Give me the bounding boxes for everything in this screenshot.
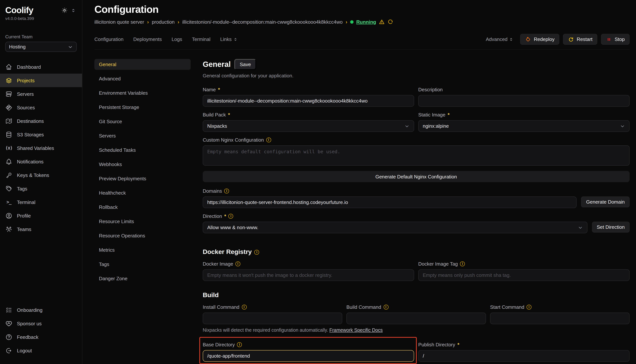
config-nav-preview-deployments[interactable]: Preview Deployments bbox=[94, 173, 191, 184]
config-nav-resource-limits[interactable]: Resource Limits bbox=[94, 216, 191, 227]
custom-nginx-textarea[interactable] bbox=[203, 145, 629, 166]
variable-icon: (x) bbox=[5, 144, 13, 152]
start-command-label: Start Command bbox=[490, 304, 524, 310]
tab-deployments[interactable]: Deployments bbox=[133, 36, 162, 42]
tab-configuration[interactable]: Configuration bbox=[94, 36, 124, 42]
config-nav-rollback[interactable]: Rollback bbox=[94, 202, 191, 212]
breadcrumb-application[interactable]: illicitestonion/-module--decomposition:m… bbox=[182, 19, 343, 24]
config-nav-metrics[interactable]: Metrics bbox=[94, 244, 191, 256]
info-icon: i bbox=[266, 138, 271, 142]
advanced-toggle[interactable]: Advanced bbox=[486, 36, 514, 42]
restart-icon bbox=[568, 36, 574, 42]
config-nav-danger-zone[interactable]: Danger Zone bbox=[94, 273, 191, 284]
config-nav-persistent-storage[interactable]: Persistent Storage bbox=[94, 102, 191, 113]
status-running-link[interactable]: Running bbox=[356, 19, 376, 24]
tab-logs[interactable]: Logs bbox=[171, 36, 182, 42]
docker-image-tag-label: Docker Image Tag bbox=[418, 261, 458, 267]
config-nav-healthcheck[interactable]: Healthcheck bbox=[94, 188, 191, 198]
sidebar-item-logout[interactable]: Logout bbox=[0, 344, 82, 357]
name-label: Name bbox=[203, 87, 216, 92]
sidebar-item-label: Teams bbox=[17, 226, 31, 232]
config-nav-advanced[interactable]: Advanced bbox=[94, 73, 191, 84]
static-image-select[interactable]: nginx:alpine bbox=[418, 120, 629, 132]
sidebar-item-onboarding[interactable]: Onboarding bbox=[0, 303, 82, 317]
sidebar-item-servers[interactable]: Servers bbox=[0, 87, 82, 101]
breadcrumb-environment[interactable]: production bbox=[152, 19, 174, 24]
docker-image-tag-input[interactable] bbox=[418, 269, 629, 281]
start-command-input[interactable] bbox=[490, 312, 629, 324]
config-nav-resource-operations[interactable]: Resource Operations bbox=[94, 230, 191, 241]
direction-value: Allow www & non-www. bbox=[207, 225, 258, 230]
generate-domain-button[interactable]: Generate Domain bbox=[581, 196, 629, 207]
config-nav-scheduled-tasks[interactable]: Scheduled Tasks bbox=[94, 144, 191, 156]
sidebar-item-label: Notifications bbox=[17, 159, 44, 164]
tab-terminal[interactable]: Terminal bbox=[192, 36, 210, 42]
sidebar-item-teams[interactable]: Teams bbox=[0, 222, 82, 236]
tag-icon bbox=[5, 185, 13, 192]
config-nav-webhooks[interactable]: Webhooks bbox=[94, 159, 191, 170]
general-form: General Save General configuration for y… bbox=[203, 59, 629, 364]
theme-sun-icon[interactable] bbox=[61, 7, 68, 14]
config-nav-git-source[interactable]: Git Source bbox=[94, 116, 191, 127]
static-image-value: nginx:alpine bbox=[423, 123, 449, 129]
direction-select[interactable]: Allow www & non-www. bbox=[203, 222, 587, 233]
theme-selector-chevrons-icon[interactable] bbox=[71, 7, 76, 13]
database-icon bbox=[5, 131, 13, 138]
docker-registry-heading: Docker Registry bbox=[203, 248, 252, 256]
redeploy-button[interactable]: Redeploy bbox=[520, 34, 559, 45]
app-logo[interactable]: Coolify bbox=[5, 5, 33, 16]
sidebar-item-sources[interactable]: Sources bbox=[0, 101, 82, 114]
description-input[interactable] bbox=[418, 95, 629, 107]
sidebar-item-feedback[interactable]: Feedback bbox=[0, 330, 82, 344]
sidebar-item-notifications[interactable]: Notifications bbox=[0, 155, 82, 168]
stop-button[interactable]: Stop bbox=[601, 34, 630, 45]
sidebar-item-tags[interactable]: Tags bbox=[0, 182, 82, 195]
generate-nginx-button[interactable]: Generate Default Nginx Configuration bbox=[203, 171, 629, 182]
help-circle-icon bbox=[5, 334, 13, 340]
domains-input[interactable] bbox=[203, 196, 577, 208]
docker-image-input[interactable] bbox=[203, 269, 414, 281]
tab-links[interactable]: Links bbox=[220, 36, 238, 42]
sidebar-item-label: Servers bbox=[17, 91, 34, 97]
sidebar-footer: Onboarding Sponsor us Feedback Logout bbox=[0, 303, 82, 357]
warning-icon[interactable] bbox=[379, 19, 385, 25]
current-team-label: Current Team bbox=[0, 21, 82, 42]
publish-directory-input[interactable] bbox=[418, 350, 629, 362]
git-source-icon bbox=[5, 104, 13, 111]
name-input[interactable] bbox=[203, 95, 414, 107]
build-command-input[interactable] bbox=[346, 312, 486, 324]
config-nav-servers[interactable]: Servers bbox=[94, 130, 191, 141]
sidebar-item-projects[interactable]: Projects bbox=[0, 74, 82, 87]
sidebar-item-dashboard[interactable]: Dashboard bbox=[0, 60, 82, 74]
breadcrumb: illicitonion quote server › production ›… bbox=[94, 19, 629, 25]
framework-docs-link[interactable]: Framework Specific Docs bbox=[329, 328, 383, 333]
team-select[interactable]: Hosting bbox=[5, 42, 77, 52]
install-command-input[interactable] bbox=[203, 312, 342, 324]
home-icon bbox=[5, 63, 13, 70]
sidebar-item-shared-variables[interactable]: (x) Shared Variables bbox=[0, 141, 82, 155]
base-directory-input[interactable] bbox=[203, 350, 414, 362]
map-icon bbox=[5, 118, 13, 124]
build-pack-select[interactable]: Nixpacks bbox=[203, 120, 414, 132]
refresh-icon[interactable] bbox=[387, 19, 393, 25]
info-icon: i bbox=[224, 188, 229, 194]
chevron-down-icon bbox=[577, 225, 583, 230]
breadcrumb-project[interactable]: illicitonion quote server bbox=[94, 19, 144, 24]
config-nav-environment-variables[interactable]: Environment Variables bbox=[94, 88, 191, 98]
save-button[interactable]: Save bbox=[235, 59, 256, 70]
sidebar-item-destinations[interactable]: Destinations bbox=[0, 114, 82, 128]
sidebar-item-label: Profile bbox=[17, 213, 31, 218]
config-nav-tags[interactable]: Tags bbox=[94, 259, 191, 270]
build-pack-label: Build Pack bbox=[203, 112, 226, 118]
sidebar-item-sponsor-us[interactable]: Sponsor us bbox=[0, 317, 82, 330]
set-direction-button[interactable]: Set Direction bbox=[592, 222, 629, 232]
config-nav-general[interactable]: General bbox=[94, 59, 191, 70]
restart-button[interactable]: Restart bbox=[563, 34, 597, 45]
sidebar-item-profile[interactable]: Profile bbox=[0, 209, 82, 222]
chevron-right-icon: › bbox=[346, 19, 347, 24]
sidebar-item-label: Projects bbox=[17, 78, 35, 83]
sidebar-nav: Dashboard Projects Servers Sources Desti… bbox=[0, 60, 82, 236]
sidebar-item-s3-storages[interactable]: S3 Storages bbox=[0, 128, 82, 141]
sidebar-item-terminal[interactable]: >_ Terminal bbox=[0, 195, 82, 209]
sidebar-item-keys-tokens[interactable]: Keys & Tokens bbox=[0, 168, 82, 182]
